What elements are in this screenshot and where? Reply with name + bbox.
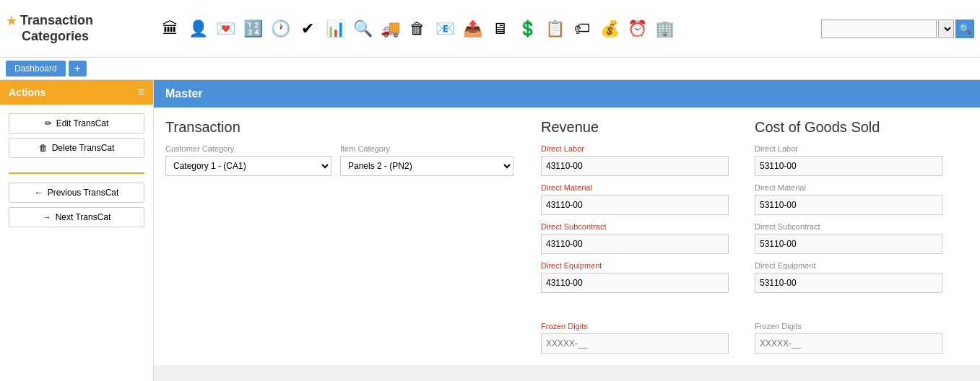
search-area: 🔍 xyxy=(821,19,974,38)
app-title-text: Transaction xyxy=(20,13,93,29)
cogs-frozen-digits-input[interactable] xyxy=(755,333,942,354)
star-icon: ★ xyxy=(6,13,17,29)
rev-frozen-digits-label: Frozen Digits xyxy=(541,322,755,330)
cogs-title: Cost of Goods Sold xyxy=(755,119,880,135)
edit-label: Edit TransCat xyxy=(56,118,109,128)
top-bar: ★ Transaction Categories 🏛👤💌🔢🕐✔📊🔍🚚🗑📧📤🖥💲📋… xyxy=(0,0,980,58)
cogs-fields: Direct Labor Direct Material Direct Subc… xyxy=(755,144,968,354)
rev-direct-subcontract-group: Direct Subcontract xyxy=(541,222,755,254)
clock-icon[interactable]: 🕐 xyxy=(267,16,293,42)
rev-direct-material-input[interactable] xyxy=(541,195,729,215)
content-area: Master Transaction Revenue Cost of Goods… xyxy=(154,80,980,381)
checkmark-icon[interactable]: ✔ xyxy=(295,16,321,42)
col-transaction-header: Transaction xyxy=(165,119,541,136)
sidebar-actions-header: Actions ≡ xyxy=(0,80,153,105)
clipboard-icon[interactable]: 📋 xyxy=(542,16,568,42)
customer-category-select[interactable]: Category 1 - (CA1) xyxy=(165,156,331,176)
revenue-title: Revenue xyxy=(541,119,599,135)
hamburger-icon[interactable]: ≡ xyxy=(138,86,144,99)
cogs-direct-equipment-input[interactable] xyxy=(755,273,942,293)
cogs-spacer xyxy=(755,300,968,315)
category-fields: Customer Category Category 1 - (CA1) Ite… xyxy=(165,144,526,176)
cogs-frozen-digits-group: Frozen Digits xyxy=(755,322,968,354)
cogs-direct-material-group: Direct Material xyxy=(755,183,968,215)
rev-direct-equipment-input[interactable] xyxy=(541,273,729,293)
dashboard-button[interactable]: Dashboard xyxy=(6,61,66,76)
rev-frozen-digits-input[interactable] xyxy=(541,333,729,354)
customer-category-group: Customer Category Category 1 - (CA1) xyxy=(165,144,331,176)
transaction-title: Transaction xyxy=(165,119,240,135)
revenue-fields: Direct Labor Direct Material Direct Subc… xyxy=(541,144,755,354)
next-label: Next TransCat xyxy=(56,212,111,222)
table-icon[interactable]: 📊 xyxy=(322,16,348,42)
item-category-group: Item Category Panels 2 - (PN2) xyxy=(340,144,513,176)
bank-icon[interactable]: 🏛 xyxy=(157,16,183,42)
main-layout: Actions ≡ ✏ Edit TransCat 🗑 Delete Trans… xyxy=(0,80,980,381)
next-transcat-button[interactable]: → Next TransCat xyxy=(9,207,144,227)
cogs-direct-equipment-group: Direct Equipment xyxy=(755,261,968,293)
dollar2-icon[interactable]: 💰 xyxy=(597,16,623,42)
toolbar-icons: 🏛👤💌🔢🕐✔📊🔍🚚🗑📧📤🖥💲📋🏷💰⏰🏢 xyxy=(157,16,821,42)
cogs-direct-equipment-label: Direct Equipment xyxy=(755,261,968,270)
cogs-direct-material-input[interactable] xyxy=(755,195,942,215)
app-title-line2: Categories xyxy=(6,29,89,45)
item-category-select[interactable]: Panels 2 - (PN2) xyxy=(340,156,513,176)
truck-icon[interactable]: 🚚 xyxy=(377,16,403,42)
master-header: Master xyxy=(154,80,980,108)
rev-direct-material-label: Direct Material xyxy=(541,183,755,192)
rev-direct-subcontract-label: Direct Subcontract xyxy=(541,222,755,231)
actions-label: Actions xyxy=(9,87,45,98)
edit-icon: ✏ xyxy=(45,118,52,128)
nav-row: Dashboard + xyxy=(0,58,980,80)
prev-icon: ← xyxy=(35,188,43,198)
tag-icon[interactable]: 🏷 xyxy=(569,16,595,42)
customer-category-label: Customer Category xyxy=(165,144,331,153)
transaction-fields: Customer Category Category 1 - (CA1) Ite… xyxy=(165,144,541,354)
trash-icon[interactable]: 🗑 xyxy=(404,16,430,42)
delete-icon: 🗑 xyxy=(39,143,48,153)
rev-direct-labor-input[interactable] xyxy=(541,156,729,176)
envelope-icon[interactable]: 💌 xyxy=(212,16,238,42)
col-revenue-header: Revenue xyxy=(541,119,755,136)
delete-label: Delete TransCat xyxy=(52,143,115,153)
cogs-direct-labor-label: Direct Labor xyxy=(755,144,968,153)
prev-label: Previous TransCat xyxy=(48,188,119,198)
prev-transcat-button[interactable]: ← Previous TransCat xyxy=(9,183,144,203)
rev-direct-labor-group: Direct Labor xyxy=(541,144,755,176)
dollar-icon[interactable]: 💲 xyxy=(514,16,540,42)
app-title: ★ Transaction Categories xyxy=(6,13,157,45)
rev-spacer xyxy=(541,300,755,315)
search-dropdown[interactable] xyxy=(938,19,954,38)
rev-direct-equipment-group: Direct Equipment xyxy=(541,261,755,293)
rev-direct-material-group: Direct Material xyxy=(541,183,755,215)
form-grid: Customer Category Category 1 - (CA1) Ite… xyxy=(165,144,968,354)
rev-direct-labor-label: Direct Labor xyxy=(541,144,755,153)
upload-icon[interactable]: 📤 xyxy=(459,16,485,42)
search-input[interactable] xyxy=(821,19,937,38)
building-icon[interactable]: 🏢 xyxy=(651,16,677,42)
person-icon[interactable]: 👤 xyxy=(185,16,211,42)
monitor-icon[interactable]: 🖥 xyxy=(487,16,513,42)
add-button[interactable]: + xyxy=(69,61,87,76)
cogs-direct-labor-group: Direct Labor xyxy=(755,144,968,176)
clock2-icon[interactable]: ⏰ xyxy=(624,16,650,42)
cogs-direct-subcontract-input[interactable] xyxy=(755,234,942,254)
column-headers: Transaction Revenue Cost of Goods Sold xyxy=(165,119,968,136)
cogs-frozen-digits-label: Frozen Digits xyxy=(755,322,968,330)
edit-transcat-button[interactable]: ✏ Edit TransCat xyxy=(9,113,144,133)
mail2-icon[interactable]: 📧 xyxy=(432,16,458,42)
item-category-label: Item Category xyxy=(340,144,513,153)
sidebar-divider xyxy=(9,172,144,174)
search-button[interactable]: 🔍 xyxy=(955,19,974,38)
cogs-direct-material-label: Direct Material xyxy=(755,183,968,192)
sidebar-buttons: ✏ Edit TransCat 🗑 Delete TransCat xyxy=(0,105,153,167)
cogs-direct-subcontract-group: Direct Subcontract xyxy=(755,222,968,254)
cogs-direct-labor-input[interactable] xyxy=(755,156,942,176)
rev-direct-subcontract-input[interactable] xyxy=(541,234,729,254)
sidebar: Actions ≡ ✏ Edit TransCat 🗑 Delete Trans… xyxy=(0,80,154,381)
calendar-icon[interactable]: 🔢 xyxy=(240,16,266,42)
delete-transcat-button[interactable]: 🗑 Delete TransCat xyxy=(9,138,144,158)
col-cogs-header: Cost of Goods Sold xyxy=(755,119,968,136)
search2-icon[interactable]: 🔍 xyxy=(350,16,376,42)
next-icon: → xyxy=(43,212,51,222)
